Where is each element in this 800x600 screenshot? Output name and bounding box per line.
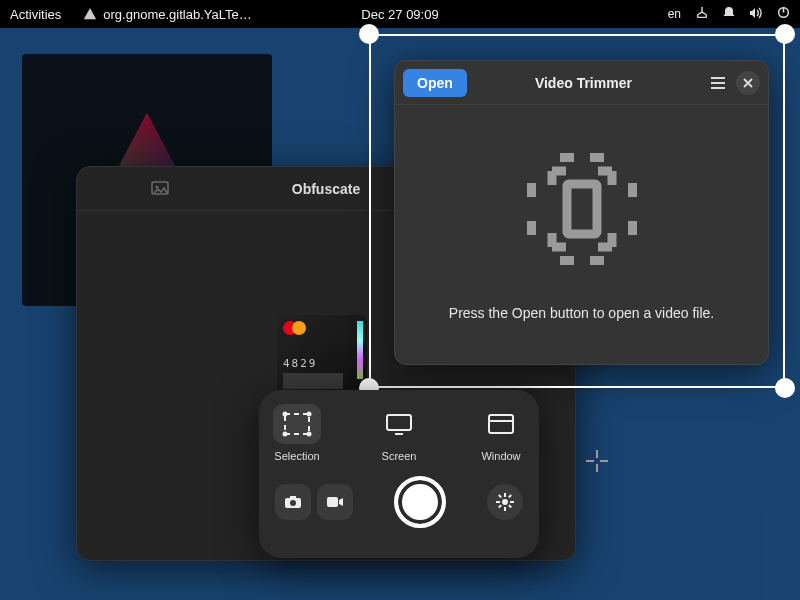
mode-selection-label: Selection [274,450,319,462]
capture-button[interactable] [394,476,446,528]
system-tray[interactable]: en [668,6,790,23]
card-blackout [283,373,343,389]
svg-marker-0 [84,8,96,19]
svg-rect-35 [504,507,506,511]
mode-screen[interactable]: Screen [367,404,431,462]
svg-rect-38 [498,494,502,498]
open-image-icon[interactable] [151,179,169,199]
svg-rect-20 [285,414,309,434]
still-capture-toggle[interactable] [275,484,311,520]
svg-rect-15 [628,221,637,235]
notifications-icon[interactable] [723,6,735,23]
headerbar-left [77,179,243,199]
gear-icon [496,493,514,511]
svg-rect-27 [489,415,513,433]
svg-point-22 [307,412,312,417]
mode-window[interactable]: Window [469,404,533,462]
mode-selection[interactable]: Selection [265,404,329,462]
svg-rect-34 [504,493,506,497]
video-capture-toggle[interactable] [317,484,353,520]
svg-rect-36 [496,501,500,503]
svg-rect-18 [560,256,574,265]
settings-button[interactable] [487,484,523,520]
svg-point-21 [283,412,288,417]
video-trim-placeholder-icon [512,149,652,269]
video-trimmer-hint: Press the Open button to open a video fi… [449,305,714,321]
card-stripe [357,321,363,379]
close-button[interactable] [736,71,760,95]
top-bar: Activities org.gnome.gitlab.YaLTe… Dec 2… [0,0,800,28]
capture-mode-row: Selection Screen Window [265,404,533,462]
video-trimmer-body: Press the Open button to open a video fi… [395,105,768,364]
volume-icon[interactable] [749,7,763,22]
card-number: 4829 [283,357,361,370]
svg-rect-16 [560,153,574,162]
svg-rect-17 [590,153,604,162]
svg-point-23 [283,432,288,437]
clock[interactable]: Dec 27 09:09 [361,7,438,22]
power-icon[interactable] [777,6,790,22]
video-trimmer-headerbar: Open Video Trimmer [395,61,768,105]
camera-icon [284,495,302,509]
svg-rect-37 [510,501,514,503]
credit-card-sample: 4829 [277,315,367,395]
svg-rect-40 [508,494,512,498]
open-button[interactable]: Open [403,69,467,97]
svg-rect-25 [387,415,411,430]
hamburger-menu-button[interactable] [704,69,732,97]
svg-rect-31 [290,496,296,499]
svg-rect-41 [498,504,502,508]
crosshair-cursor [585,449,609,473]
svg-rect-12 [527,183,536,197]
video-trimmer-window: Open Video Trimmer Press the Open button… [394,60,769,365]
video-trimmer-title: Video Trimmer [467,75,700,91]
selection-icon [282,411,312,437]
mastercard-icon [283,321,361,335]
window-icon [486,412,516,436]
obfuscate-title: Obfuscate [292,181,360,197]
svg-point-24 [307,432,312,437]
mode-screen-label: Screen [382,450,417,462]
screenshot-panel: Selection Screen Window [259,390,539,558]
keyboard-layout-indicator[interactable]: en [668,7,681,21]
svg-point-30 [290,500,296,506]
screenshot-bottom-row [275,476,523,528]
app-icon [83,7,97,21]
svg-rect-11 [567,184,597,234]
svg-rect-19 [590,256,604,265]
network-icon[interactable] [695,6,709,23]
video-icon [326,496,344,508]
app-menu[interactable]: org.gnome.gitlab.YaLTe… [83,7,251,22]
svg-rect-14 [628,183,637,197]
svg-rect-39 [508,504,512,508]
activities-button[interactable]: Activities [10,7,61,22]
app-menu-label: org.gnome.gitlab.YaLTe… [103,7,251,22]
svg-rect-13 [527,221,536,235]
screen-icon [384,412,414,436]
svg-rect-32 [327,497,338,507]
svg-point-33 [502,499,508,505]
mode-window-label: Window [481,450,520,462]
